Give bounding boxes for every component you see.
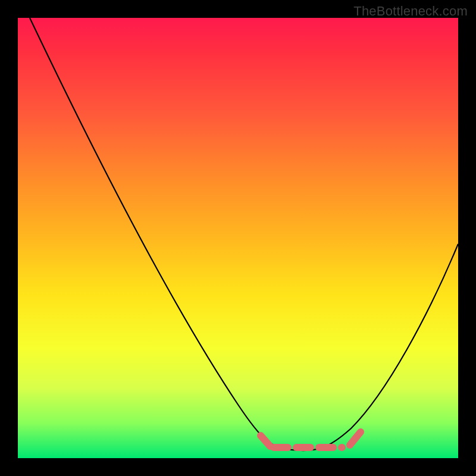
plot-area <box>18 18 458 458</box>
outer-frame: TheBottleneck.com <box>0 0 476 476</box>
optimal-region-tick-left <box>261 436 270 446</box>
curve-svg <box>18 18 458 458</box>
watermark-text: TheBottleneck.com <box>353 4 468 19</box>
bottleneck-curve <box>30 18 458 450</box>
optimal-region-tick-right <box>350 432 361 445</box>
